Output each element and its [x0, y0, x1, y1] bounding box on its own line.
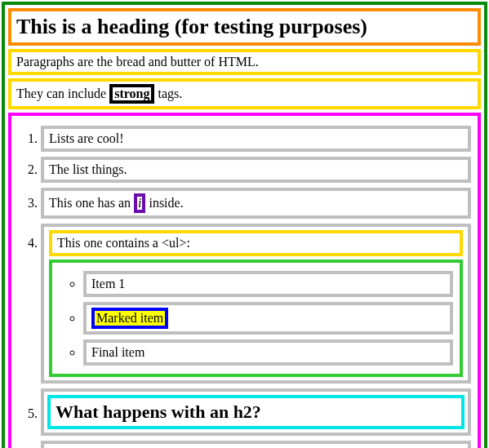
- list-item: Final item: [83, 339, 453, 366]
- strong-tag: strong: [109, 84, 154, 104]
- sub-item-2: Marked item: [83, 302, 453, 335]
- i-tag: i: [134, 193, 145, 213]
- list-item: Final order: [41, 441, 471, 448]
- list-item-5: What happens with an h2?: [41, 388, 471, 436]
- list-item: This one contains a <ul>: Item 1 Marked …: [41, 224, 471, 384]
- list-item-6: Final order: [41, 441, 471, 448]
- sub-item-3: Final item: [83, 339, 453, 366]
- h2-heading: What happens with an h2?: [47, 395, 465, 429]
- page-heading: This is a heading (for testing purposes): [8, 8, 481, 46]
- paragraph-2: They can include strong tags.: [8, 78, 481, 109]
- list-item: Item 1: [83, 271, 453, 297]
- list-item: The list things.: [41, 157, 471, 183]
- mark-tag: Marked item: [91, 308, 168, 329]
- list-item: Marked item: [83, 302, 453, 335]
- list-item-4-intro: This one contains a <ul>:: [49, 230, 463, 256]
- nested-list: Item 1 Marked item Final item: [49, 259, 463, 377]
- sub-item-1: Item 1: [83, 271, 453, 297]
- paragraph-1: Paragraphs are the bread and butter of H…: [8, 49, 481, 75]
- list-item-3: This one has an i inside.: [41, 188, 471, 219]
- page-container: This is a heading (for testing purposes)…: [2, 2, 487, 448]
- list-item-4: This one contains a <ul>: Item 1 Marked …: [41, 224, 471, 384]
- para2-pre: They can include: [16, 86, 109, 100]
- li3-post: inside.: [145, 196, 183, 210]
- list-item: Lists are cool!: [41, 126, 471, 152]
- ordered-list: Lists are cool! The list things. This on…: [8, 113, 481, 448]
- para2-post: tags.: [154, 86, 182, 100]
- list-item: What happens with an h2?: [41, 388, 471, 436]
- list-item-1: Lists are cool!: [41, 126, 471, 152]
- list-item-2: The list things.: [41, 157, 471, 183]
- list-item: This one has an i inside.: [41, 188, 471, 219]
- li3-pre: This one has an: [49, 196, 134, 210]
